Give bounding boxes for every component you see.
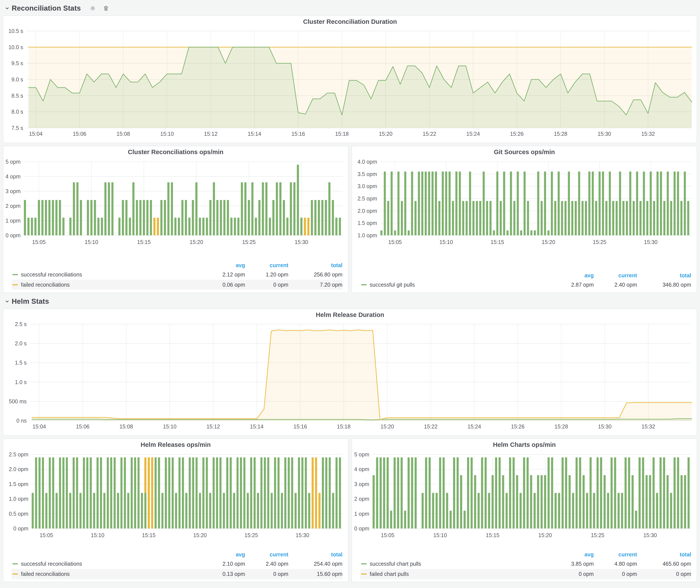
series-color-swatch — [361, 284, 367, 285]
svg-text:15:06: 15:06 — [73, 131, 86, 137]
legend-row: failed reconciliations0.13 opm0 opm15.60… — [11, 569, 342, 579]
legend-col-total[interactable]: total — [637, 551, 691, 558]
section-title-reconciliation-stats[interactable]: Reconciliation Stats — [12, 4, 81, 12]
legend-stat-total: 7.20 opm — [288, 282, 342, 288]
svg-text:15:16: 15:16 — [294, 423, 307, 430]
svg-text:2.5 opm: 2.5 opm — [9, 451, 28, 457]
legend-series-label[interactable]: successful git pulls — [360, 282, 550, 288]
legend-col-current[interactable]: current — [594, 272, 637, 279]
legend-header: avgcurrenttotal — [11, 550, 342, 559]
legend-stat-total: 0 opm — [637, 571, 691, 577]
svg-text:10.5 s: 10.5 s — [8, 28, 23, 34]
svg-text:15:16: 15:16 — [291, 131, 305, 137]
gear-icon[interactable] — [89, 5, 96, 12]
legend-stat-current: 4.80 opm — [594, 561, 637, 567]
legend-col-current[interactable]: current — [594, 551, 637, 558]
svg-text:2.0 s: 2.0 s — [15, 340, 27, 346]
panel-title[interactable]: Cluster Reconciliation Duration — [3, 16, 697, 27]
panel-helm-release-duration: Helm Release Duration 15:0415:0615:0815:… — [3, 309, 697, 436]
chart-git-sources-opm[interactable]: 15:0515:1015:1515:2015:2515:304.0 opm3.5… — [352, 158, 697, 247]
legend-series-label[interactable]: successful reconciliations — [11, 271, 202, 278]
legend-series-label[interactable]: failed reconciliations — [11, 282, 202, 288]
series-color-swatch — [361, 573, 367, 575]
svg-text:15:05: 15:05 — [388, 239, 402, 245]
svg-text:4.0 opm: 4.0 opm — [358, 159, 377, 165]
legend-col-avg[interactable]: avg — [550, 272, 594, 279]
legend-series-label[interactable]: successful chart pulls — [360, 561, 550, 567]
chart-cluster-reconciliation-duration[interactable]: 15:0415:0615:0815:1015:1215:1415:1615:18… — [3, 27, 697, 139]
svg-text:15:18: 15:18 — [335, 131, 349, 137]
chart-helm-release-duration[interactable]: 15:0415:0615:0815:1015:1215:1415:1615:18… — [3, 321, 697, 431]
svg-text:15:14: 15:14 — [248, 131, 261, 137]
legend-row: successful git pulls2.87 opm2.40 opm346.… — [360, 280, 691, 290]
svg-text:15:25: 15:25 — [242, 239, 256, 245]
svg-text:15:20: 15:20 — [193, 532, 207, 538]
svg-text:0 opm: 0 opm — [6, 232, 21, 238]
legend-col-avg[interactable]: avg — [202, 262, 245, 268]
legend-stat-current: 2.40 opm — [245, 561, 288, 567]
svg-text:15:15: 15:15 — [142, 532, 156, 538]
legend-col-total[interactable]: total — [288, 262, 342, 268]
panel-title[interactable]: Helm Charts ops/min — [352, 439, 697, 451]
legend-stat-avg: 2.87 opm — [550, 282, 594, 288]
chevron-down-icon[interactable] — [4, 299, 10, 304]
legend-series-label[interactable]: failed chart pulls — [360, 571, 550, 577]
legend-stat-avg: 2.12 opm — [202, 271, 245, 278]
svg-text:1.5 s: 1.5 s — [15, 360, 27, 366]
svg-text:15:32: 15:32 — [641, 131, 655, 137]
chevron-down-icon[interactable] — [4, 5, 10, 11]
svg-text:1.5 opm: 1.5 opm — [358, 220, 377, 226]
svg-text:3 opm: 3 opm — [354, 481, 369, 487]
svg-text:2.0 opm: 2.0 opm — [358, 208, 377, 214]
svg-text:2 opm: 2 opm — [354, 496, 369, 502]
series-color-swatch — [12, 274, 18, 275]
git-sources-opm-plot: 15:0515:1015:1515:2015:2515:304.0 opm3.5… — [352, 158, 697, 247]
legend-series-label[interactable]: failed reconciliations — [11, 571, 202, 577]
legend-helm-releases: avgcurrenttotalsuccessful reconciliation… — [3, 550, 348, 582]
legend-col-total[interactable]: total — [288, 551, 342, 558]
svg-text:15:30: 15:30 — [644, 239, 658, 245]
chart-helm-releases-opm[interactable]: 15:0515:1015:1515:2015:2515:302.5 opm2.0… — [3, 451, 348, 540]
panel-cluster-reconciliation-duration: Cluster Reconciliation Duration 15:0415:… — [3, 16, 697, 143]
svg-text:3.0 opm: 3.0 opm — [358, 183, 377, 189]
svg-text:0.5 opm: 0.5 opm — [9, 511, 28, 517]
svg-text:15:15: 15:15 — [137, 239, 151, 245]
panel-title[interactable]: Cluster Reconciliations ops/min — [3, 146, 348, 158]
legend-stat-current: 0 opm — [245, 571, 288, 577]
svg-text:15:30: 15:30 — [598, 131, 611, 137]
legend-stat-total: 15.60 opm — [288, 571, 342, 577]
legend-stat-current: 2.40 opm — [594, 282, 637, 288]
svg-text:3.5 opm: 3.5 opm — [358, 171, 377, 177]
legend-col-avg[interactable]: avg — [550, 551, 594, 558]
legend-col-current[interactable]: current — [245, 262, 288, 268]
legend-row: successful reconciliations2.12 opm1.20 o… — [11, 270, 342, 280]
panel-cluster-reconciliations-opm: Cluster Reconciliations ops/min 15:0515:… — [3, 146, 348, 293]
svg-text:1 opm: 1 opm — [354, 511, 369, 517]
svg-text:5 opm: 5 opm — [6, 159, 21, 165]
chart-cluster-reconciliations-opm[interactable]: 15:0515:1015:1515:2015:2515:305 opm4 opm… — [3, 158, 348, 247]
svg-text:15:20: 15:20 — [379, 131, 392, 137]
legend-series-label[interactable]: successful reconciliations — [11, 561, 202, 567]
chart-helm-charts-opm[interactable]: 15:0515:1015:1515:2015:2515:305 opm4 opm… — [352, 451, 697, 540]
panel-title[interactable]: Git Sources ops/min — [352, 146, 697, 158]
legend-col-avg[interactable]: avg — [202, 551, 245, 558]
trash-icon[interactable] — [103, 5, 109, 12]
grafana-dashboard: Reconciliation Stats Cluster Reconciliat… — [0, 0, 700, 588]
legend-col-total[interactable]: total — [637, 272, 691, 279]
svg-text:10.0 s: 10.0 s — [8, 44, 23, 50]
legend-col-current[interactable]: current — [245, 551, 288, 558]
svg-text:15:18: 15:18 — [337, 423, 351, 430]
svg-text:15:10: 15:10 — [91, 532, 104, 538]
section-title-helm-stats[interactable]: Helm Stats — [12, 297, 49, 305]
legend-row: failed reconciliations0.06 opm0 opm7.20 … — [11, 280, 342, 290]
legend-git-sources: avgcurrenttotalsuccessful git pulls2.87 … — [352, 271, 697, 292]
panel-title[interactable]: Helm Release Duration — [3, 309, 697, 321]
legend-row: successful chart pulls3.85 opm4.80 opm46… — [360, 559, 691, 569]
panel-title[interactable]: Helm Releases ops/min — [3, 439, 348, 451]
svg-text:15:08: 15:08 — [119, 423, 133, 430]
svg-text:15:20: 15:20 — [381, 423, 394, 430]
panel-git-sources-opm: Git Sources ops/min 15:0515:1015:1515:20… — [352, 146, 697, 293]
svg-text:3 opm: 3 opm — [6, 188, 21, 194]
legend-stat-avg: 0 opm — [550, 571, 594, 577]
helm-charts-opm-plot: 15:0515:1015:1515:2015:2515:305 opm4 opm… — [352, 451, 697, 540]
